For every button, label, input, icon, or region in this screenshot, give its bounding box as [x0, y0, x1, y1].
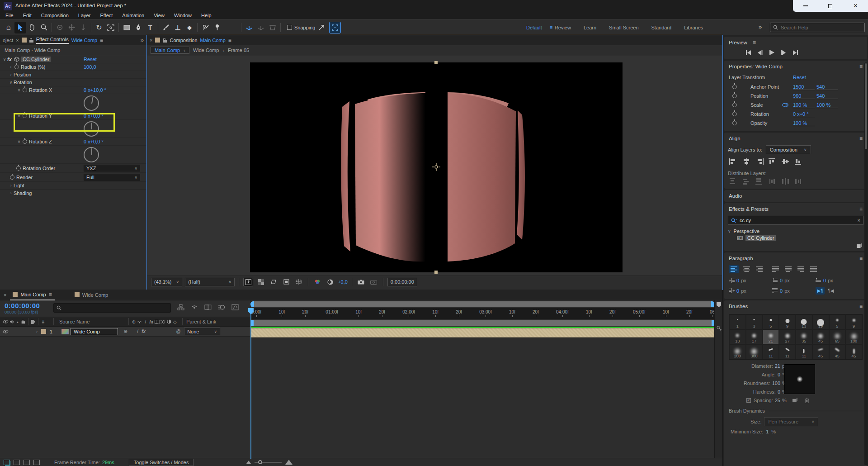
justify-last-right-button[interactable]: [796, 265, 806, 273]
shy-layers-icon[interactable]: [191, 304, 198, 310]
menu-item[interactable]: View: [154, 13, 165, 18]
brush-preset[interactable]: 17: [746, 329, 763, 344]
panel-overflow-icon[interactable]: »: [141, 37, 144, 43]
effect-controls-tab-title[interactable]: Effect Controls: [36, 37, 69, 44]
distribute-right-button[interactable]: [794, 178, 803, 185]
justify-all-button[interactable]: [808, 265, 818, 273]
angle-setting[interactable]: Angle:0°: [741, 370, 791, 379]
previous-frame-button[interactable]: [756, 49, 764, 56]
brush-preset[interactable]: 9: [779, 314, 796, 329]
diameter-setting[interactable]: Diameter:21px: [741, 361, 791, 370]
selection-tool[interactable]: [14, 22, 26, 33]
chevron-right-icon[interactable]: ›: [8, 65, 14, 69]
show-snapshot-icon[interactable]: [369, 278, 379, 286]
parent-link-column[interactable]: Parent & Link: [186, 319, 216, 324]
tab-close-icon[interactable]: ×: [150, 38, 152, 43]
align-text-center-button[interactable]: [741, 265, 751, 273]
expand-layers-icon[interactable]: [4, 460, 10, 465]
parent-pickwhip-icon[interactable]: @: [175, 329, 181, 334]
indent-left-field[interactable]: 0px: [729, 278, 772, 283]
delete-brush-icon[interactable]: [804, 398, 809, 403]
layer-collapse-switch[interactable]: ⊕: [123, 329, 128, 334]
draft-3d-icon[interactable]: [24, 460, 30, 465]
indent-first-line-field[interactable]: 0px: [772, 278, 816, 283]
eraser-tool[interactable]: ◆: [184, 22, 195, 33]
brush-preset[interactable]: 100: [845, 329, 862, 344]
brush-preset[interactable]: 35: [796, 329, 812, 344]
puppet-pin-tool[interactable]: [211, 22, 223, 33]
property-value-y[interactable]: 540: [816, 84, 838, 90]
brush-preset[interactable]: 1: [729, 314, 746, 329]
anchor-point-crosshair[interactable]: [432, 162, 441, 171]
zoom-slider-knob[interactable]: [258, 460, 262, 464]
align-hcenter-button[interactable]: [742, 158, 751, 165]
align-left-button[interactable]: [729, 158, 738, 165]
stopwatch-icon[interactable]: [14, 65, 19, 69]
spacing-setting[interactable]: ✓Spacing:25%: [741, 396, 791, 404]
pen-tool[interactable]: [132, 22, 144, 33]
space-before-value[interactable]: 0: [823, 278, 826, 283]
stopwatch-icon[interactable]: [23, 114, 27, 118]
exposure-value[interactable]: +0,0: [338, 279, 348, 285]
graph-editor-icon[interactable]: [231, 304, 239, 310]
position-row[interactable]: › Position: [0, 71, 146, 79]
source-name-column[interactable]: Source Name: [59, 319, 90, 324]
effects-item-cc-cylinder[interactable]: 16 CC Cylinder: [724, 235, 867, 241]
axis-mode-local[interactable]: [243, 22, 255, 33]
rotation-y-value[interactable]: 0 x+0,0 °: [84, 113, 104, 119]
stopwatch-icon[interactable]: [16, 166, 21, 171]
workspace-tab[interactable]: Learn: [577, 25, 603, 30]
hand-tool[interactable]: [26, 22, 38, 33]
effect-name[interactable]: CC Cylinder: [21, 57, 51, 62]
axis-mode-world[interactable]: [255, 22, 267, 33]
time-navigator[interactable]: [250, 301, 715, 307]
fast-preview-icon[interactable]: [243, 278, 253, 286]
align-text-right-button[interactable]: [754, 265, 764, 273]
text-direction-rtl-button[interactable]: ¶◀: [826, 287, 835, 295]
justify-last-center-button[interactable]: [783, 265, 793, 273]
shading-row[interactable]: › Shading: [0, 190, 146, 197]
link-icon[interactable]: [782, 103, 788, 107]
effect-header-row[interactable]: ∨ fx CC Cylinder Reset: [0, 55, 146, 63]
chevron-down-icon[interactable]: ∨: [16, 88, 22, 92]
breadcrumb-current[interactable]: Main Comp ‹: [151, 47, 189, 54]
help-search-input[interactable]: [781, 25, 853, 30]
composition-tab-title[interactable]: Composition: [170, 38, 197, 43]
align-top-button[interactable]: [768, 158, 777, 165]
chevron-right-icon[interactable]: ›: [8, 72, 14, 77]
mask-visibility-icon[interactable]: [269, 278, 278, 286]
property-value-x[interactable]: 960: [793, 93, 815, 99]
distribute-hcenter-button[interactable]: [781, 178, 790, 185]
new-animation-preset-icon[interactable]: [856, 243, 863, 248]
hardness-value[interactable]: 0: [778, 389, 780, 395]
menu-item[interactable]: Animation: [122, 13, 144, 18]
render-row[interactable]: Render Full ∨: [0, 173, 146, 182]
zoom-dropdown[interactable]: (43,1%) ∨: [151, 278, 182, 286]
new-brush-icon[interactable]: [792, 398, 798, 403]
brush-preset[interactable]: 21: [763, 329, 779, 344]
work-area-bar[interactable]: [250, 320, 715, 326]
layer-duration-bar[interactable]: [250, 328, 715, 338]
distribute-left-button[interactable]: [768, 178, 777, 185]
rotation-z-row[interactable]: ∨ Rotation Z 0 x+0,0 °: [0, 138, 146, 146]
align-to-dropdown[interactable]: Composition ∨: [766, 145, 811, 154]
hardness-setting[interactable]: Hardness:0%: [741, 387, 791, 396]
spacing-checkbox[interactable]: ✓: [746, 398, 751, 403]
rotation-tool[interactable]: ↻: [93, 22, 105, 33]
zoom-slider-track[interactable]: [255, 462, 282, 463]
brush-preset[interactable]: 11: [763, 344, 779, 359]
brush-preset[interactable]: 45: [829, 344, 846, 359]
rotation-z-value[interactable]: 0 x+0,0 °: [84, 139, 104, 144]
chevron-right-icon[interactable]: ›: [8, 191, 14, 195]
rotation-order-dropdown[interactable]: YXZ ∨: [84, 165, 140, 171]
stopwatch-icon[interactable]: [732, 121, 737, 125]
project-tab-label[interactable]: oject: [3, 38, 13, 43]
indent-first-line-value[interactable]: 0: [780, 278, 783, 283]
align-vcenter-button[interactable]: [781, 158, 790, 165]
close-button[interactable]: ×: [849, 2, 862, 10]
next-frame-button[interactable]: [779, 49, 788, 56]
workspace-menu-icon[interactable]: ≡: [550, 24, 552, 30]
workspace-tab[interactable]: Small Screen: [603, 25, 645, 30]
layer-row[interactable]: › 1 Wide Comp ⊕ / fx @ None ∨: [0, 327, 250, 337]
panel-menu-icon[interactable]: ≡: [859, 206, 863, 212]
